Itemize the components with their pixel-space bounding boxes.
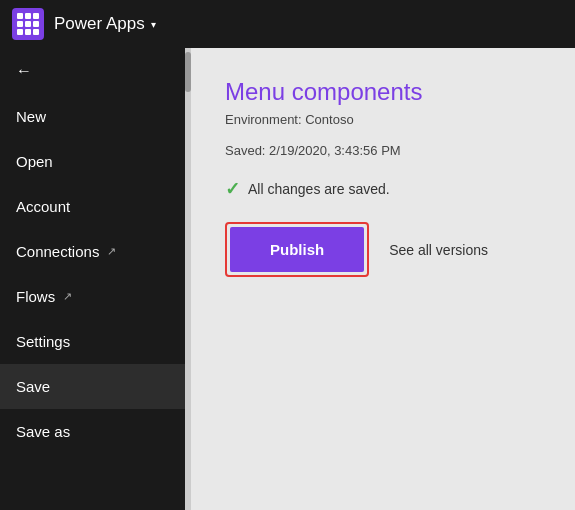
publish-button-wrapper: Publish xyxy=(225,222,369,277)
chevron-down-icon[interactable]: ▾ xyxy=(151,19,156,30)
sidebar-item-label: Connections xyxy=(16,243,99,260)
waffle-dot xyxy=(17,29,23,35)
sidebar-item-new[interactable]: New xyxy=(0,94,185,139)
see-all-versions-link[interactable]: See all versions xyxy=(389,242,488,258)
sidebar-item-save[interactable]: Save xyxy=(0,364,185,409)
app-title: Power Apps xyxy=(54,14,145,34)
sidebar-item-label: New xyxy=(16,108,46,125)
scroll-thumb[interactable] xyxy=(185,52,191,92)
waffle-dot xyxy=(33,21,39,27)
waffle-dot xyxy=(17,21,23,27)
sidebar-item-label: Account xyxy=(16,198,70,215)
sidebar-item-account[interactable]: Account xyxy=(0,184,185,229)
changes-status-text: All changes are saved. xyxy=(248,181,390,197)
content-environment: Environment: Contoso xyxy=(225,112,545,127)
external-link-icon: ↗ xyxy=(63,290,72,303)
waffle-dot xyxy=(17,13,23,19)
changes-saved-row: ✓ All changes are saved. xyxy=(225,178,545,200)
action-row: Publish See all versions xyxy=(225,222,545,277)
publish-button[interactable]: Publish xyxy=(230,227,364,272)
sidebar-item-flows[interactable]: Flows ↗ xyxy=(0,274,185,319)
waffle-icon[interactable] xyxy=(12,8,44,40)
external-link-icon: ↗ xyxy=(107,245,116,258)
content-area: Menu components Environment: Contoso Sav… xyxy=(185,48,575,510)
sidebar-item-connections[interactable]: Connections ↗ xyxy=(0,229,185,274)
sidebar-item-label: Flows xyxy=(16,288,55,305)
waffle-dot xyxy=(33,29,39,35)
waffle-dot xyxy=(25,13,31,19)
main-layout: ← New Open Account Connections ↗ Flows ↗… xyxy=(0,48,575,510)
sidebar-item-open[interactable]: Open xyxy=(0,139,185,184)
waffle-dot xyxy=(25,29,31,35)
content-title: Menu components xyxy=(225,78,545,106)
content-saved-date: Saved: 2/19/2020, 3:43:56 PM xyxy=(225,143,545,158)
sidebar-item-label: Open xyxy=(16,153,53,170)
back-button[interactable]: ← xyxy=(0,48,185,94)
top-bar: Power Apps ▾ xyxy=(0,0,575,48)
sidebar-item-label: Save as xyxy=(16,423,70,440)
sidebar-item-label: Save xyxy=(16,378,50,395)
scroll-indicator xyxy=(185,48,191,510)
waffle-dot xyxy=(25,21,31,27)
sidebar-item-label: Settings xyxy=(16,333,70,350)
sidebar-item-save-as[interactable]: Save as xyxy=(0,409,185,454)
waffle-dot xyxy=(33,13,39,19)
checkmark-icon: ✓ xyxy=(225,178,240,200)
back-arrow-icon: ← xyxy=(16,62,32,80)
sidebar: ← New Open Account Connections ↗ Flows ↗… xyxy=(0,48,185,510)
sidebar-item-settings[interactable]: Settings xyxy=(0,319,185,364)
